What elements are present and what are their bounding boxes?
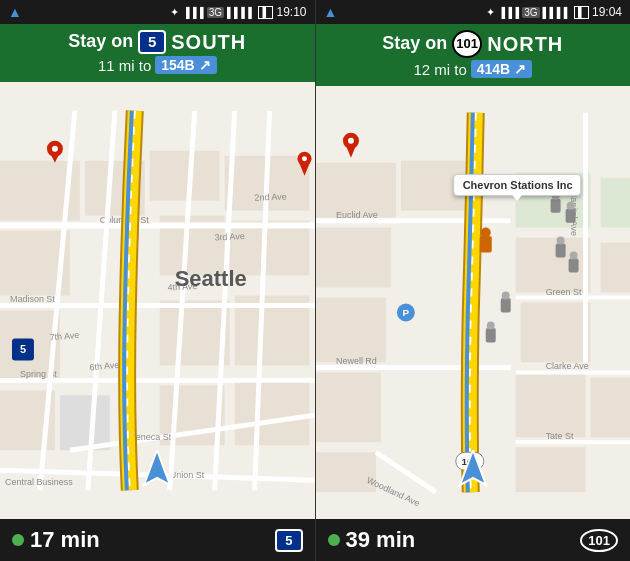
shield-container-left: 5 (275, 529, 302, 552)
nav-instruction-left: Stay on 5 SOUTH (10, 30, 305, 54)
svg-marker-102 (460, 450, 486, 485)
eta-dot-left (12, 534, 24, 546)
svg-text:Euclid Ave: Euclid Ave (335, 210, 377, 220)
svg-rect-50 (316, 298, 386, 363)
status-bar-left: ▲ ✦ ▐▐▐ 3G ▌▌▌▌ ▌ 19:10 (0, 0, 315, 24)
gps-icon: ▲ (8, 4, 22, 20)
nav-arrow-right (458, 450, 488, 490)
eta-right: 39 min (328, 527, 416, 553)
svg-rect-93 (565, 209, 575, 223)
battery-icon: ▌ (258, 6, 273, 19)
nav-distance-left: 11 mi to 154B ↗ (10, 56, 305, 74)
signal-bars-icon-right: ▌▌▌▌ (543, 7, 571, 18)
svg-text:3rd Ave: 3rd Ave (214, 231, 245, 243)
status-bar-right-left: ✦ ▐▐▐ 3G ▌▌▌▌ ▌ 19:10 (170, 5, 306, 19)
signal-icon: ▐▐▐ (182, 7, 203, 18)
bluetooth-icon-right: ✦ (486, 6, 495, 19)
bottom-bar-left: 17 min 5 (0, 519, 315, 561)
route-shield-bottom-right: 101 (580, 529, 618, 552)
gps-icon-right: ▲ (324, 4, 338, 20)
svg-point-90 (486, 321, 494, 329)
svg-text:Union St: Union St (170, 470, 205, 480)
route-badge-right: 101 (452, 30, 482, 58)
svg-rect-52 (600, 178, 630, 228)
svg-text:P: P (402, 307, 409, 318)
network-icon-right: 3G (522, 7, 539, 18)
bottom-bar-right: 39 min 101 (316, 519, 631, 561)
eta-value-right: 39 min (346, 527, 416, 553)
svg-rect-95 (555, 244, 565, 258)
svg-rect-53 (515, 238, 590, 293)
route-badge-left: 5 (138, 30, 166, 54)
svg-rect-97 (568, 259, 578, 273)
route-shield-bottom-left: 5 (275, 529, 302, 552)
svg-text:Tate St: Tate St (545, 431, 573, 441)
svg-text:5: 5 (20, 343, 26, 355)
instruction-text-left: Stay on (68, 31, 133, 53)
svg-rect-91 (550, 199, 560, 213)
svg-point-98 (569, 252, 577, 260)
svg-text:2nd Ave: 2nd Ave (254, 192, 287, 203)
eta-dot-right (328, 534, 340, 546)
map-area-right: Euclid Ave Newell Rd Woodland Ave Capito… (316, 86, 631, 519)
svg-rect-57 (515, 372, 585, 437)
svg-point-94 (566, 202, 574, 210)
time-left: 19:10 (276, 5, 306, 19)
nav-header-left: Stay on 5 SOUTH 11 mi to 154B ↗ (0, 24, 315, 82)
signal-icon-right: ▐▐▐ (498, 7, 519, 18)
left-screen: ▲ ✦ ▐▐▐ 3G ▌▌▌▌ ▌ 19:10 Stay on 5 SOUTH … (0, 0, 315, 561)
distance-text-left: 11 mi to (98, 57, 151, 74)
svg-point-84 (480, 228, 490, 238)
svg-point-40 (52, 146, 58, 152)
status-bar-right-right: ✦ ▐▐▐ 3G ▌▌▌▌ ▌ 19:04 (486, 5, 622, 19)
eta-value-left: 17 min (30, 527, 100, 553)
exit-badge-left: 154B ↗ (155, 56, 216, 74)
svg-rect-58 (590, 377, 630, 437)
exit-badge-right: 414B ↗ (471, 60, 532, 78)
shield-container-right: 101 (580, 529, 618, 552)
svg-rect-59 (316, 452, 376, 492)
svg-point-96 (556, 237, 564, 245)
direction-right: NORTH (487, 32, 563, 56)
chevron-tooltip: Chevron Stations Inc (454, 174, 582, 196)
svg-text:Seattle: Seattle (175, 266, 247, 291)
bluetooth-icon: ✦ (170, 6, 179, 19)
eta-left: 17 min (12, 527, 100, 553)
svg-rect-55 (520, 303, 590, 363)
map-left: Columbia St Madison St Spring St Seneca … (0, 82, 315, 519)
signal-bars-icon: ▌▌▌▌ (227, 7, 255, 18)
svg-text:Madison St: Madison St (10, 294, 55, 304)
svg-rect-54 (600, 243, 630, 293)
nav-arrow-left (142, 450, 172, 490)
distance-text-right: 12 mi to (413, 61, 466, 78)
instruction-text-right: Stay on (382, 33, 447, 55)
svg-text:Central Business: Central Business (5, 477, 73, 487)
battery-icon-right: ▌ (574, 6, 589, 19)
svg-rect-56 (316, 372, 381, 442)
svg-rect-3 (150, 151, 220, 201)
direction-left: SOUTH (171, 30, 246, 54)
nav-distance-right: 12 mi to 414B ↗ (326, 60, 621, 78)
svg-point-87 (501, 292, 509, 300)
network-icon: 3G (207, 7, 224, 18)
map-right: Euclid Ave Newell Rd Woodland Ave Capito… (316, 86, 631, 519)
svg-rect-14 (235, 380, 310, 445)
svg-rect-49 (316, 228, 391, 288)
status-bar-left-icons: ▲ (8, 4, 22, 20)
right-screen: ▲ ✦ ▐▐▐ 3G ▌▌▌▌ ▌ 19:04 Stay on 101 NORT… (316, 0, 631, 561)
tooltip-text: Chevron Stations Inc (463, 179, 573, 191)
svg-text:Newell Rd: Newell Rd (335, 356, 376, 366)
map-area-left: Columbia St Madison St Spring St Seneca … (0, 82, 315, 519)
svg-rect-60 (515, 447, 585, 492)
svg-point-43 (302, 156, 307, 161)
svg-rect-12 (60, 395, 110, 450)
svg-marker-45 (144, 450, 170, 485)
svg-text:Clarke Ave: Clarke Ave (545, 361, 588, 371)
svg-rect-9 (160, 301, 230, 366)
svg-point-101 (347, 138, 353, 144)
time-right: 19:04 (592, 5, 622, 19)
nav-instruction-right: Stay on 101 NORTH (326, 30, 621, 58)
status-bar-right-left-icons: ▲ (324, 4, 338, 20)
svg-text:Green St: Green St (545, 287, 581, 297)
nav-header-right: Stay on 101 NORTH 12 mi to 414B ↗ (316, 24, 631, 86)
